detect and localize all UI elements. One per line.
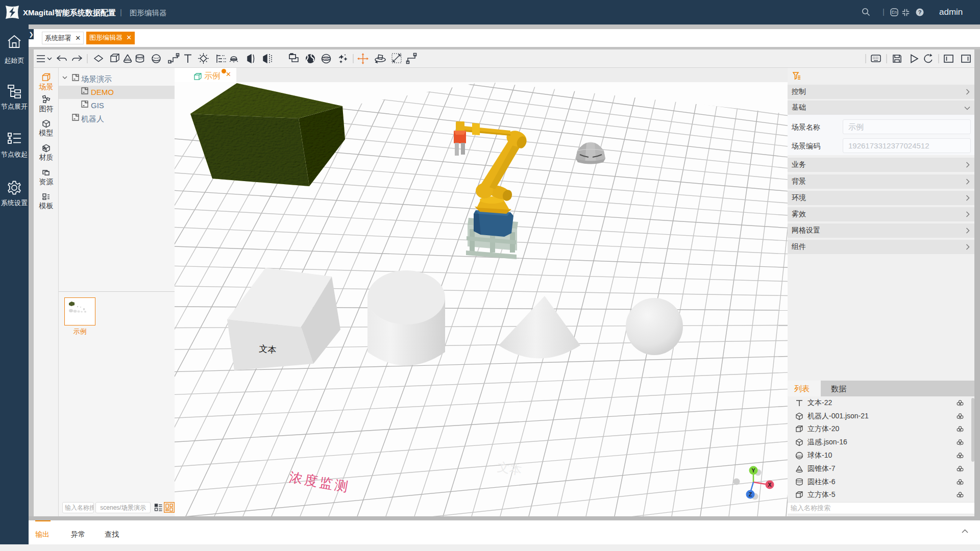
svg-text:文本: 文本 <box>259 344 277 355</box>
svg-text:X: X <box>768 482 772 488</box>
svg-text:文本: 文本 <box>497 460 523 477</box>
svg-text:En: En <box>892 10 897 15</box>
svg-text:浓度监测: 浓度监测 <box>288 469 351 495</box>
svg-text:Y: Y <box>751 467 755 473</box>
svg-text:Z: Z <box>749 491 752 497</box>
svg-text:GIS: GIS <box>323 57 329 61</box>
svg-text:?: ? <box>918 9 922 15</box>
